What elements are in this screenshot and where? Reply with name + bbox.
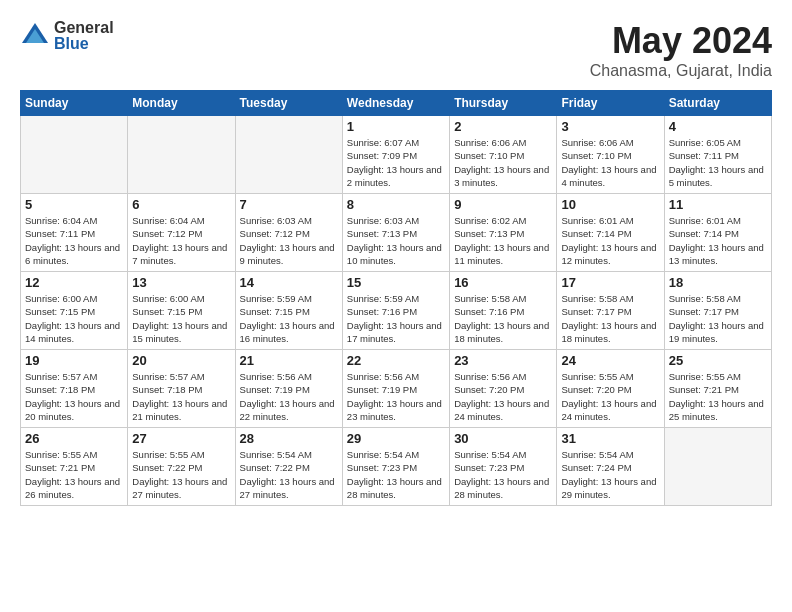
col-tuesday: Tuesday: [235, 91, 342, 116]
day-number: 5: [25, 197, 123, 212]
day-number: 9: [454, 197, 552, 212]
calendar-cell: [128, 116, 235, 194]
day-info: Sunrise: 6:03 AM Sunset: 7:12 PM Dayligh…: [240, 214, 338, 267]
calendar-cell: 10Sunrise: 6:01 AM Sunset: 7:14 PM Dayli…: [557, 194, 664, 272]
day-number: 18: [669, 275, 767, 290]
calendar-cell: 6Sunrise: 6:04 AM Sunset: 7:12 PM Daylig…: [128, 194, 235, 272]
calendar-week-3: 12Sunrise: 6:00 AM Sunset: 7:15 PM Dayli…: [21, 272, 772, 350]
calendar-cell: 16Sunrise: 5:58 AM Sunset: 7:16 PM Dayli…: [450, 272, 557, 350]
col-wednesday: Wednesday: [342, 91, 449, 116]
calendar-week-5: 26Sunrise: 5:55 AM Sunset: 7:21 PM Dayli…: [21, 428, 772, 506]
main-title: May 2024: [590, 20, 772, 62]
col-saturday: Saturday: [664, 91, 771, 116]
calendar-cell: 24Sunrise: 5:55 AM Sunset: 7:20 PM Dayli…: [557, 350, 664, 428]
day-number: 8: [347, 197, 445, 212]
day-info: Sunrise: 5:56 AM Sunset: 7:19 PM Dayligh…: [347, 370, 445, 423]
day-info: Sunrise: 5:57 AM Sunset: 7:18 PM Dayligh…: [132, 370, 230, 423]
calendar-cell: 8Sunrise: 6:03 AM Sunset: 7:13 PM Daylig…: [342, 194, 449, 272]
title-block: May 2024 Chanasma, Gujarat, India: [590, 20, 772, 80]
day-number: 4: [669, 119, 767, 134]
calendar-cell: 11Sunrise: 6:01 AM Sunset: 7:14 PM Dayli…: [664, 194, 771, 272]
logo-blue: Blue: [54, 36, 114, 52]
day-number: 15: [347, 275, 445, 290]
subtitle: Chanasma, Gujarat, India: [590, 62, 772, 80]
day-info: Sunrise: 6:00 AM Sunset: 7:15 PM Dayligh…: [25, 292, 123, 345]
calendar-cell: 29Sunrise: 5:54 AM Sunset: 7:23 PM Dayli…: [342, 428, 449, 506]
day-info: Sunrise: 6:07 AM Sunset: 7:09 PM Dayligh…: [347, 136, 445, 189]
day-info: Sunrise: 6:01 AM Sunset: 7:14 PM Dayligh…: [561, 214, 659, 267]
day-info: Sunrise: 5:58 AM Sunset: 7:16 PM Dayligh…: [454, 292, 552, 345]
calendar-cell: 7Sunrise: 6:03 AM Sunset: 7:12 PM Daylig…: [235, 194, 342, 272]
day-number: 31: [561, 431, 659, 446]
day-info: Sunrise: 5:54 AM Sunset: 7:23 PM Dayligh…: [454, 448, 552, 501]
calendar-header-row: Sunday Monday Tuesday Wednesday Thursday…: [21, 91, 772, 116]
day-info: Sunrise: 5:54 AM Sunset: 7:23 PM Dayligh…: [347, 448, 445, 501]
day-info: Sunrise: 5:56 AM Sunset: 7:20 PM Dayligh…: [454, 370, 552, 423]
day-number: 22: [347, 353, 445, 368]
calendar-cell: 14Sunrise: 5:59 AM Sunset: 7:15 PM Dayli…: [235, 272, 342, 350]
logo-text: General Blue: [54, 20, 114, 52]
day-number: 27: [132, 431, 230, 446]
calendar-cell: 12Sunrise: 6:00 AM Sunset: 7:15 PM Dayli…: [21, 272, 128, 350]
day-number: 1: [347, 119, 445, 134]
day-info: Sunrise: 6:03 AM Sunset: 7:13 PM Dayligh…: [347, 214, 445, 267]
calendar-cell: 19Sunrise: 5:57 AM Sunset: 7:18 PM Dayli…: [21, 350, 128, 428]
calendar-cell: 21Sunrise: 5:56 AM Sunset: 7:19 PM Dayli…: [235, 350, 342, 428]
calendar-cell: 27Sunrise: 5:55 AM Sunset: 7:22 PM Dayli…: [128, 428, 235, 506]
day-info: Sunrise: 5:55 AM Sunset: 7:21 PM Dayligh…: [25, 448, 123, 501]
day-number: 30: [454, 431, 552, 446]
logo-icon: [20, 21, 50, 51]
day-info: Sunrise: 6:05 AM Sunset: 7:11 PM Dayligh…: [669, 136, 767, 189]
day-number: 19: [25, 353, 123, 368]
day-number: 7: [240, 197, 338, 212]
day-info: Sunrise: 5:54 AM Sunset: 7:22 PM Dayligh…: [240, 448, 338, 501]
calendar-cell: 31Sunrise: 5:54 AM Sunset: 7:24 PM Dayli…: [557, 428, 664, 506]
day-number: 3: [561, 119, 659, 134]
calendar-cell: [235, 116, 342, 194]
day-number: 2: [454, 119, 552, 134]
calendar-cell: 22Sunrise: 5:56 AM Sunset: 7:19 PM Dayli…: [342, 350, 449, 428]
col-friday: Friday: [557, 91, 664, 116]
day-number: 28: [240, 431, 338, 446]
calendar-cell: 25Sunrise: 5:55 AM Sunset: 7:21 PM Dayli…: [664, 350, 771, 428]
header: General Blue May 2024 Chanasma, Gujarat,…: [20, 20, 772, 80]
col-monday: Monday: [128, 91, 235, 116]
day-number: 20: [132, 353, 230, 368]
calendar-week-1: 1Sunrise: 6:07 AM Sunset: 7:09 PM Daylig…: [21, 116, 772, 194]
day-info: Sunrise: 5:55 AM Sunset: 7:22 PM Dayligh…: [132, 448, 230, 501]
day-number: 11: [669, 197, 767, 212]
calendar-cell: 5Sunrise: 6:04 AM Sunset: 7:11 PM Daylig…: [21, 194, 128, 272]
day-number: 10: [561, 197, 659, 212]
day-info: Sunrise: 5:58 AM Sunset: 7:17 PM Dayligh…: [561, 292, 659, 345]
calendar-cell: [21, 116, 128, 194]
day-number: 23: [454, 353, 552, 368]
calendar-cell: 20Sunrise: 5:57 AM Sunset: 7:18 PM Dayli…: [128, 350, 235, 428]
day-number: 17: [561, 275, 659, 290]
day-number: 29: [347, 431, 445, 446]
calendar-cell: 30Sunrise: 5:54 AM Sunset: 7:23 PM Dayli…: [450, 428, 557, 506]
calendar-cell: 28Sunrise: 5:54 AM Sunset: 7:22 PM Dayli…: [235, 428, 342, 506]
day-info: Sunrise: 6:00 AM Sunset: 7:15 PM Dayligh…: [132, 292, 230, 345]
day-info: Sunrise: 6:04 AM Sunset: 7:11 PM Dayligh…: [25, 214, 123, 267]
day-number: 12: [25, 275, 123, 290]
day-info: Sunrise: 5:56 AM Sunset: 7:19 PM Dayligh…: [240, 370, 338, 423]
col-sunday: Sunday: [21, 91, 128, 116]
day-info: Sunrise: 5:58 AM Sunset: 7:17 PM Dayligh…: [669, 292, 767, 345]
day-number: 14: [240, 275, 338, 290]
col-thursday: Thursday: [450, 91, 557, 116]
day-info: Sunrise: 5:55 AM Sunset: 7:21 PM Dayligh…: [669, 370, 767, 423]
day-info: Sunrise: 6:02 AM Sunset: 7:13 PM Dayligh…: [454, 214, 552, 267]
day-number: 24: [561, 353, 659, 368]
day-info: Sunrise: 6:01 AM Sunset: 7:14 PM Dayligh…: [669, 214, 767, 267]
calendar-week-4: 19Sunrise: 5:57 AM Sunset: 7:18 PM Dayli…: [21, 350, 772, 428]
day-info: Sunrise: 6:04 AM Sunset: 7:12 PM Dayligh…: [132, 214, 230, 267]
calendar-cell: 2Sunrise: 6:06 AM Sunset: 7:10 PM Daylig…: [450, 116, 557, 194]
calendar-cell: 4Sunrise: 6:05 AM Sunset: 7:11 PM Daylig…: [664, 116, 771, 194]
page: General Blue May 2024 Chanasma, Gujarat,…: [0, 0, 792, 612]
calendar-cell: 18Sunrise: 5:58 AM Sunset: 7:17 PM Dayli…: [664, 272, 771, 350]
day-info: Sunrise: 6:06 AM Sunset: 7:10 PM Dayligh…: [561, 136, 659, 189]
day-number: 21: [240, 353, 338, 368]
day-number: 6: [132, 197, 230, 212]
day-number: 25: [669, 353, 767, 368]
day-info: Sunrise: 5:54 AM Sunset: 7:24 PM Dayligh…: [561, 448, 659, 501]
